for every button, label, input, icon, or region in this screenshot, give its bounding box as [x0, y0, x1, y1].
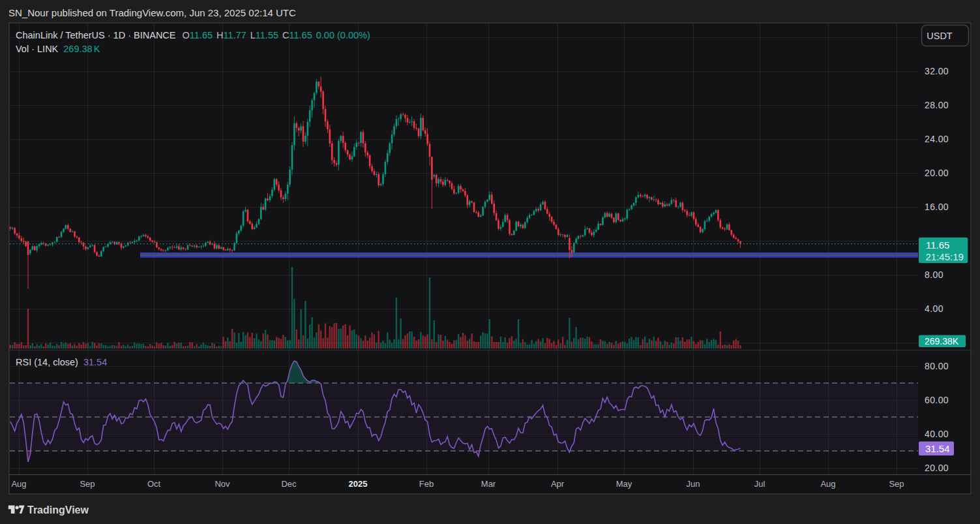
svg-text:20.00: 20.00 [925, 463, 949, 473]
svg-text:Sep: Sep [80, 479, 95, 489]
svg-text:16.00: 16.00 [925, 202, 949, 212]
svg-text:80.00: 80.00 [925, 361, 949, 371]
svg-text:21:45:19: 21:45:19 [926, 251, 964, 262]
svg-text:RSI (14, close)31.54: RSI (14, close)31.54 [16, 357, 107, 367]
svg-text:31.54: 31.54 [925, 443, 950, 454]
svg-text:269.38K: 269.38K [925, 336, 959, 347]
svg-text:TradingView: TradingView [27, 504, 89, 516]
svg-text:Nov: Nov [215, 479, 230, 489]
svg-text:4.00: 4.00 [925, 303, 943, 314]
svg-text:11.65: 11.65 [926, 239, 949, 251]
svg-text:28.00: 28.00 [925, 100, 949, 110]
svg-text:Mar: Mar [481, 479, 496, 489]
svg-text:Apr: Apr [551, 479, 565, 489]
svg-text:Jul: Jul [754, 479, 765, 489]
svg-text:ChainLink / TetherUS · 1D · BI: ChainLink / TetherUS · 1D · BINANCEO11.6… [16, 30, 370, 40]
svg-text:32.00: 32.00 [925, 66, 949, 76]
svg-text:2025: 2025 [349, 479, 368, 489]
svg-text:24.00: 24.00 [925, 134, 949, 144]
svg-text:Feb: Feb [419, 479, 434, 489]
svg-text:May: May [616, 479, 632, 489]
svg-text:Jun: Jun [687, 479, 700, 489]
svg-text:Sep: Sep [889, 479, 904, 489]
svg-text:Vol · LINK269.38K: Vol · LINK269.38K [16, 44, 100, 54]
svg-text:20.00: 20.00 [925, 168, 949, 178]
svg-text:USDT: USDT [927, 31, 953, 41]
svg-text:60.00: 60.00 [925, 395, 949, 405]
svg-text:8.00: 8.00 [925, 270, 943, 280]
svg-text:Aug: Aug [820, 479, 835, 489]
svg-text:SN_Nour published on TradingVi: SN_Nour published on TradingView.com, Ju… [8, 7, 296, 18]
svg-text:40.00: 40.00 [925, 429, 949, 439]
svg-text:Aug: Aug [11, 479, 26, 489]
svg-text:Dec: Dec [281, 479, 297, 489]
svg-text:Oct: Oct [147, 479, 161, 489]
